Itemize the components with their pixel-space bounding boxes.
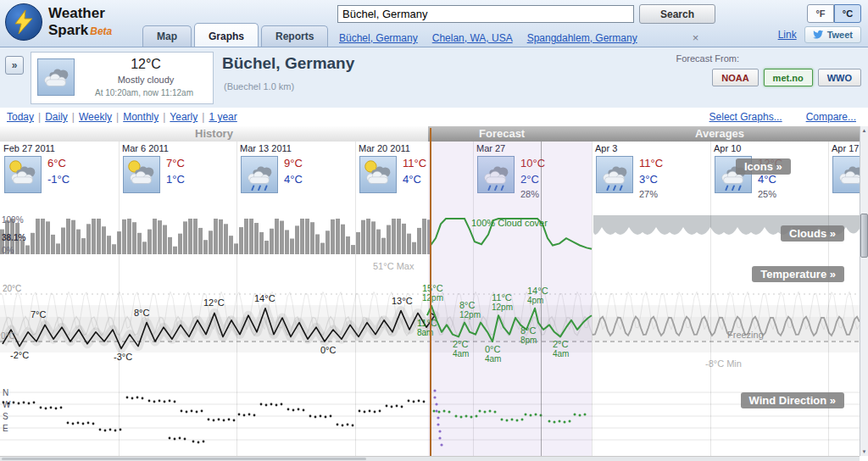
horizontal-scrollbar[interactable] <box>0 456 860 461</box>
close-location-icon[interactable]: × <box>693 31 699 44</box>
nav-link-daily[interactable]: Daily <box>45 111 68 123</box>
search-input[interactable] <box>337 5 634 23</box>
compare-link[interactable]: Compare... <box>806 108 856 126</box>
svg-text:0°C: 0°C <box>485 344 501 354</box>
current-condition: Mostly cloudy <box>84 75 208 85</box>
lightning-bolt-icon <box>5 3 42 41</box>
tweet-button[interactable]: Tweet <box>804 26 861 43</box>
week-gridline <box>828 142 829 456</box>
high-temp: 7°C <box>166 157 185 169</box>
nav-link-weekly[interactable]: Weekly <box>79 111 112 123</box>
nav-link-yearly[interactable]: Yearly <box>170 111 198 123</box>
temperature-badge[interactable]: Temperature » <box>752 266 844 282</box>
vertical-scrollbar-thumb[interactable] <box>860 214 868 258</box>
icons-date: Mar 13 2011 <box>240 143 292 153</box>
unit-fahrenheit-button[interactable]: °F <box>807 4 834 23</box>
svg-text:14°C: 14°C <box>254 293 275 303</box>
icons-cell-2: Mar 13 20119°C4°C <box>236 142 354 215</box>
week-gridline <box>473 142 474 456</box>
section-history: History <box>0 126 428 142</box>
week-gridline <box>236 142 237 456</box>
graphs-panel: History Forecast Averages Icons » Feb 27… <box>0 126 868 461</box>
high-temp: 6°C <box>47 157 66 169</box>
week-gridline <box>355 142 356 456</box>
beta-label: Beta <box>90 25 112 37</box>
icons-date: Mar 6 2011 <box>122 143 169 153</box>
forecast-source-NOAA[interactable]: NOAA <box>712 69 758 86</box>
section-averages: Averages <box>695 126 744 141</box>
low-temp: 1°C <box>166 173 185 186</box>
horizontal-scrollbar-thumb[interactable] <box>2 458 366 460</box>
weather-icon <box>359 156 397 193</box>
svg-text:4am: 4am <box>553 349 569 358</box>
low-temp: -1°C <box>47 173 70 186</box>
location-link-2[interactable]: Spangdahlem, Germany <box>527 32 637 44</box>
nav-link-monthly[interactable]: Monthly <box>123 111 159 123</box>
week-gridline <box>119 142 120 456</box>
svg-text:12pm: 12pm <box>492 303 513 312</box>
icons-date: Apr 17 <box>832 143 859 153</box>
svg-text:S: S <box>3 412 8 421</box>
logo[interactable]: Weather SparkBeta <box>5 3 112 41</box>
weather-icon <box>123 156 160 193</box>
svg-text:51°C Max: 51°C Max <box>373 261 415 271</box>
high-temp: 11°C <box>403 157 426 169</box>
unit-celsius-button[interactable]: °C <box>834 4 861 23</box>
low-temp: 4°C <box>284 173 303 186</box>
clouds-axis-100: 100% <box>2 215 24 225</box>
scroll-down-arrow[interactable]: ▼ <box>860 447 868 456</box>
svg-text:12pm: 12pm <box>459 310 481 319</box>
icons-cell-5: Apr 311°C3°C27% <box>592 142 709 215</box>
svg-text:2°C: 2°C <box>453 339 469 349</box>
svg-text:7°C: 7°C <box>31 309 47 319</box>
low-temp: 4°C <box>403 173 421 186</box>
tab-graphs[interactable]: Graphs <box>194 23 259 47</box>
icons-cell-6: Apr 1012°C4°C25% <box>710 142 828 215</box>
icons-cell-4: Mar 2710°C2°C28% <box>473 142 591 215</box>
location-header: » 12°C Mostly cloudy At 10:20am, now 11:… <box>0 47 868 108</box>
scroll-up-arrow[interactable]: ▲ <box>860 126 868 135</box>
forecast-source-met-no[interactable]: met.no <box>764 69 813 86</box>
tab-map[interactable]: Map <box>142 25 192 47</box>
nav-link-1-year[interactable]: 1 year <box>209 111 236 123</box>
recent-locations: Büchel, GermanyChelan, WA, USASpangdahle… <box>339 31 698 44</box>
location-link-1[interactable]: Chelan, WA, USA <box>432 32 513 44</box>
forecast-source-boundary-line <box>541 142 542 456</box>
section-bar: Forecast Averages <box>428 126 860 142</box>
weather-icon <box>477 156 515 193</box>
tab-reports[interactable]: Reports <box>261 25 328 47</box>
select-graphs-link[interactable]: Select Graphs... <box>709 108 782 126</box>
svg-text:-2°C: -2°C <box>10 350 29 360</box>
forecast-source-WWO[interactable]: WWO <box>818 69 861 86</box>
location-link-0[interactable]: Büchel, Germany <box>339 32 418 44</box>
svg-text:-3°C: -3°C <box>114 352 132 362</box>
icons-badge[interactable]: Icons » <box>736 158 791 175</box>
svg-text:W: W <box>3 400 11 409</box>
twitter-bird-icon <box>813 30 824 41</box>
svg-text:12pm: 12pm <box>422 293 443 303</box>
expand-panel-button[interactable]: » <box>5 56 24 75</box>
weather-icon <box>832 156 860 193</box>
icons-date: Mar 27 <box>476 143 505 153</box>
clouds-badge[interactable]: Clouds » <box>781 225 844 242</box>
svg-text:N: N <box>3 388 8 397</box>
current-time: At 10:20am, now 11:12am <box>77 88 211 97</box>
svg-text:15°C: 15°C <box>422 283 443 293</box>
link-button[interactable]: Link <box>778 29 797 41</box>
svg-text:Freezing: Freezing <box>727 330 764 340</box>
logo-line1: Weather <box>48 5 105 21</box>
current-weather-icon <box>37 58 75 96</box>
vertical-scrollbar[interactable]: ▲ ▼ <box>860 126 868 456</box>
svg-text:8°C: 8°C <box>520 325 537 336</box>
svg-text:14°C: 14°C <box>527 286 548 296</box>
low-temp: 3°C <box>639 173 658 186</box>
high-temp: 11°C <box>639 157 663 169</box>
precip-probability: 28% <box>520 189 539 199</box>
wind-badge[interactable]: Wind Direction » <box>741 392 844 408</box>
search-button[interactable]: Search <box>639 4 715 24</box>
current-temp: 12°C <box>84 57 208 72</box>
icons-cell-1: Mar 6 20117°C1°C <box>119 142 236 215</box>
cloud-cover-annotation: 100% Cloud cover <box>471 218 548 228</box>
nav-link-today[interactable]: Today <box>7 111 34 123</box>
svg-text:0°C: 0°C <box>1 331 15 341</box>
